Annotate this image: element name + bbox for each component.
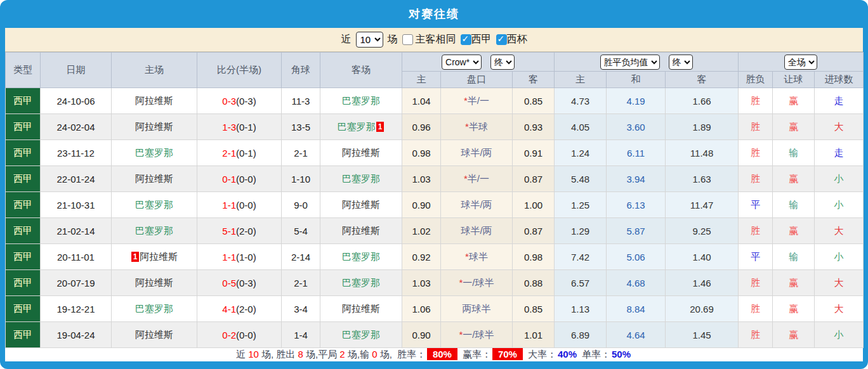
away-team-cell: 阿拉维斯 <box>320 192 402 218</box>
result-wdl-cell: 胜 <box>739 166 773 192</box>
red-card-badge: 1 <box>131 252 140 262</box>
score-cell: 0-3(0-3) <box>197 88 282 114</box>
table-row: 西甲19-12-21巴塞罗那4-1(2-0)3-4阿拉维斯1.06两球半0.85… <box>6 296 864 322</box>
league-cell: 西甲 <box>6 296 41 322</box>
rate-label: 赢率： <box>463 349 491 359</box>
odds-home-cell: 1.02 <box>402 218 441 244</box>
avg-away-cell: 11.48 <box>666 140 739 166</box>
table-row: 西甲22-01-24阿拉维斯0-1(0-0)1-10巴塞罗那1.03*半/一0.… <box>6 166 864 192</box>
odds-away-cell: 0.93 <box>513 114 555 140</box>
score-cell: 1-3(0-1) <box>197 114 282 140</box>
away-team-cell: 巴塞罗那1 <box>320 114 402 140</box>
avg-type-select[interactable]: 胜平负均值 <box>600 55 660 70</box>
avg-draw-cell: 3.94 <box>607 166 666 192</box>
avg-away-cell: 1.89 <box>666 114 739 140</box>
odds-home-cell: 0.96 <box>402 114 441 140</box>
result-wdl-cell: 平 <box>739 192 773 218</box>
result-handicap-cell: 赢 <box>773 296 815 322</box>
result-goals-cell: 小 <box>815 244 864 270</box>
header-corners: 角球 <box>282 53 320 88</box>
result-handicap-cell: 赢 <box>773 114 815 140</box>
odds-away-cell: 0.91 <box>513 140 555 166</box>
rate-value: 40% <box>558 349 577 359</box>
odds-away-cell: 0.87 <box>513 218 555 244</box>
league-cell: 西甲 <box>6 88 41 114</box>
recent-label: 近 <box>341 33 352 46</box>
result-goals-cell: 大 <box>815 296 864 322</box>
result-goals-cell: 小 <box>815 166 864 192</box>
corners-cell: 11-3 <box>282 88 320 114</box>
odds-away-cell: 1.01 <box>513 322 555 348</box>
summary-count: 2 <box>339 349 345 359</box>
recent-count-select[interactable]: 10 <box>356 32 383 48</box>
cup-checkbox-label: 西杯 <box>507 33 527 46</box>
header-result-handicap: 让球 <box>773 72 815 88</box>
header-away: 客场 <box>320 53 402 88</box>
result-wdl-cell: 胜 <box>739 218 773 244</box>
odds-away-cell: 0.85 <box>513 296 555 322</box>
summary-count: 8 <box>298 349 303 359</box>
avg-home-cell: 1.29 <box>555 218 607 244</box>
result-wdl-cell: 胜 <box>739 114 773 140</box>
home-team-cell: 阿拉维斯 <box>112 114 197 140</box>
odds-home-cell: 0.98 <box>402 140 441 166</box>
scope-select[interactable]: 全场 <box>784 55 817 70</box>
odds-home-cell: 0.90 <box>402 192 441 218</box>
summary-bar: 近 10 场, 胜出 8 场,平局 2 场,输 0 场, 胜率：80%赢率：70… <box>5 348 863 361</box>
avg-draw-cell: 3.60 <box>607 114 666 140</box>
header-score: 比分(半场) <box>197 53 282 88</box>
bookmaker-select[interactable]: Crow* <box>442 55 482 70</box>
league-cell: 西甲 <box>6 322 41 348</box>
odds-group-header: Crow*终 <box>402 53 555 72</box>
header-odds-away: 客 <box>513 72 555 88</box>
result-handicap-cell: 赢 <box>773 88 815 114</box>
summary-count: 10 <box>248 349 259 359</box>
avg-away-cell: 1.46 <box>666 270 739 296</box>
away-team-cell: 巴塞罗那 <box>320 166 402 192</box>
summary-text: 场,平局 <box>303 349 340 359</box>
result-wdl-cell: 胜 <box>739 296 773 322</box>
corners-cell: 1-4 <box>282 322 320 348</box>
avg-away-cell: 1.40 <box>666 244 739 270</box>
avg-draw-cell: 6.11 <box>607 140 666 166</box>
table-row: 西甲20-07-19阿拉维斯0-5(0-3)2-1巴塞罗那1.03*一/球半0.… <box>6 270 864 296</box>
avg-away-cell: 11.47 <box>666 192 739 218</box>
result-handicap-cell: 赢 <box>773 322 815 348</box>
filter-bar: 近 10 场 主客相同 西甲 西杯 <box>5 28 863 52</box>
date-cell: 21-10-31 <box>41 192 112 218</box>
corners-cell: 3-4 <box>282 296 320 322</box>
league-cell: 西甲 <box>6 270 41 296</box>
home-team-cell: 1阿拉维斯 <box>112 244 197 270</box>
cup-checkbox[interactable] <box>496 34 507 45</box>
header-type: 类型 <box>6 53 41 88</box>
league-cell: 西甲 <box>6 192 41 218</box>
avg-home-cell: 7.42 <box>555 244 607 270</box>
home-team-cell: 巴塞罗那 <box>112 140 197 166</box>
away-team-cell: 巴塞罗那 <box>320 322 402 348</box>
avg-home-cell: 4.73 <box>555 88 607 114</box>
match-history-table: 类型 日期 主场 比分(半场) 角球 客场 Crow*终 胜平负均值终 全场 <box>5 52 864 348</box>
header-result-goals: 进球数 <box>815 72 864 88</box>
away-team-cell: 阿拉维斯 <box>320 218 402 244</box>
corners-cell: 9-0 <box>282 192 320 218</box>
league-cell: 西甲 <box>6 218 41 244</box>
result-goals-cell: 小 <box>815 322 864 348</box>
avg-time-select[interactable]: 终 <box>669 55 693 70</box>
odds-time-select[interactable]: 终 <box>490 55 515 70</box>
score-cell: 1-1(1-0) <box>197 244 282 270</box>
rate-label: 胜率： <box>397 349 426 359</box>
panel-body: 近 10 场 主客相同 西甲 西杯 <box>5 28 863 361</box>
odds-home-cell: 1.03 <box>402 166 441 192</box>
same-venue-checkbox[interactable] <box>402 34 413 45</box>
summary-text: 场, <box>378 349 392 359</box>
result-goals-cell: 大 <box>815 114 864 140</box>
odds-home-cell: 1.04 <box>402 88 441 114</box>
away-team-cell: 阿拉维斯 <box>320 296 402 322</box>
league-checkbox[interactable] <box>461 34 471 45</box>
header-date: 日期 <box>41 53 112 88</box>
result-handicap-cell: 输 <box>773 140 815 166</box>
rate-value: 80% <box>427 348 457 360</box>
date-cell: 21-02-14 <box>41 218 112 244</box>
avg-home-cell: 6.57 <box>555 270 607 296</box>
table-row: 西甲19-04-24阿拉维斯0-2(0-0)1-4巴塞罗那0.90*一/球半1.… <box>6 322 864 348</box>
